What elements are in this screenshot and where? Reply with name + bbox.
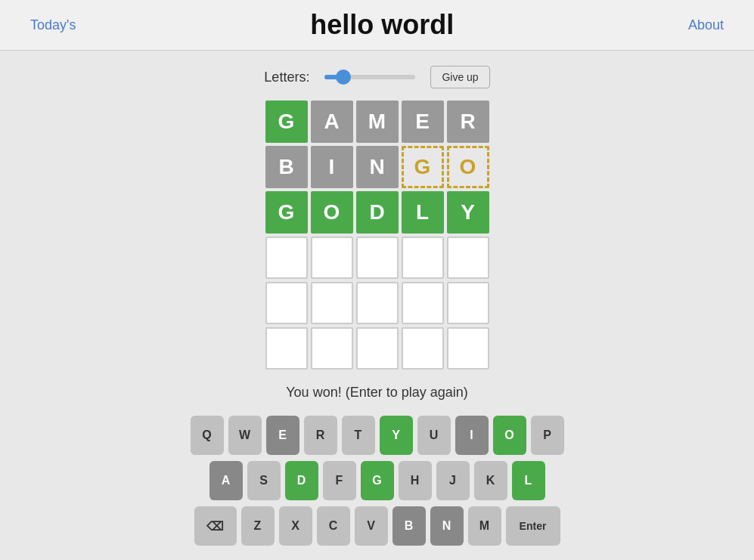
cell-r5-c4 xyxy=(447,327,489,370)
cell-r1-c1: I xyxy=(311,146,353,188)
key-p[interactable]: P xyxy=(531,416,564,455)
cell-r4-c1 xyxy=(311,282,353,324)
key-l[interactable]: L xyxy=(512,461,545,500)
controls-row: Letters: Give up xyxy=(264,66,489,88)
game-grid: GAMERBINGOGODLY xyxy=(265,101,489,370)
key-i[interactable]: I xyxy=(455,416,489,455)
todays-link[interactable]: Today's xyxy=(30,17,76,33)
key-s[interactable]: S xyxy=(247,461,281,500)
key-t[interactable]: T xyxy=(342,416,375,455)
cell-r1-c3: G xyxy=(402,146,444,188)
cell-r3-c3 xyxy=(402,237,444,279)
cell-r5-c0 xyxy=(265,327,308,370)
letters-label: Letters: xyxy=(264,70,309,85)
cell-r0-c3: E xyxy=(402,101,444,143)
cell-r4-c0 xyxy=(265,282,308,324)
key-a[interactable]: A xyxy=(209,461,243,500)
keyboard-row-1: ASDFGHJKL xyxy=(209,461,545,500)
cell-r3-c2 xyxy=(356,237,399,279)
cell-r3-c4 xyxy=(447,237,489,279)
key-r[interactable]: R xyxy=(304,416,337,455)
letters-slider[interactable] xyxy=(324,75,415,79)
key-u[interactable]: U xyxy=(417,416,451,455)
cell-r0-c0: G xyxy=(265,101,308,143)
cell-r2-c0: G xyxy=(265,191,308,234)
cell-r0-c2: M xyxy=(356,101,399,143)
key-x[interactable]: X xyxy=(279,506,312,546)
key-enter[interactable]: Enter xyxy=(506,506,560,546)
key-k[interactable]: K xyxy=(474,461,507,500)
give-up-button[interactable]: Give up xyxy=(430,66,489,88)
key-v[interactable]: V xyxy=(355,506,388,546)
cell-r1-c4: O xyxy=(447,146,489,188)
key-j[interactable]: J xyxy=(436,461,470,500)
key-⌫[interactable]: ⌫ xyxy=(194,506,237,546)
app-header: Today's hello wordl About xyxy=(0,0,754,51)
main-content: Letters: Give up GAMERBINGOGODLY You won… xyxy=(0,51,754,560)
key-o[interactable]: O xyxy=(493,416,526,455)
key-z[interactable]: Z xyxy=(241,506,275,546)
cell-r4-c2 xyxy=(356,282,399,324)
cell-r2-c1: O xyxy=(311,191,353,234)
cell-r0-c1: A xyxy=(311,101,353,143)
keyboard-row-2: ⌫ZXCVBNMEnter xyxy=(194,506,560,546)
key-e[interactable]: E xyxy=(266,416,299,455)
cell-r1-c0: B xyxy=(265,146,308,188)
keyboard: QWERTYUIOPASDFGHJKL⌫ZXCVBNMEnter xyxy=(191,416,564,546)
cell-r3-c0 xyxy=(265,237,308,279)
key-q[interactable]: Q xyxy=(191,416,224,455)
win-message: You won! (Enter to play again) xyxy=(286,385,468,401)
key-n[interactable]: N xyxy=(430,506,464,546)
key-d[interactable]: D xyxy=(285,461,318,500)
key-w[interactable]: W xyxy=(228,416,262,455)
cell-r4-c4 xyxy=(447,282,489,324)
key-f[interactable]: F xyxy=(323,461,356,500)
app-title: hello wordl xyxy=(310,9,454,41)
key-h[interactable]: H xyxy=(399,461,432,500)
cell-r2-c3: L xyxy=(402,191,444,234)
cell-r3-c1 xyxy=(311,237,353,279)
key-y[interactable]: Y xyxy=(380,416,413,455)
about-link[interactable]: About xyxy=(688,17,724,33)
cell-r4-c3 xyxy=(402,282,444,324)
cell-r5-c2 xyxy=(356,327,399,370)
cell-r1-c2: N xyxy=(356,146,399,188)
key-c[interactable]: C xyxy=(317,506,350,546)
key-g[interactable]: G xyxy=(361,461,394,500)
key-b[interactable]: B xyxy=(393,506,426,546)
keyboard-row-0: QWERTYUIOP xyxy=(191,416,564,455)
cell-r0-c4: R xyxy=(447,101,489,143)
cell-r2-c2: D xyxy=(356,191,399,234)
cell-r5-c1 xyxy=(311,327,353,370)
cell-r2-c4: Y xyxy=(447,191,489,234)
key-m[interactable]: M xyxy=(468,506,501,546)
cell-r5-c3 xyxy=(402,327,444,370)
